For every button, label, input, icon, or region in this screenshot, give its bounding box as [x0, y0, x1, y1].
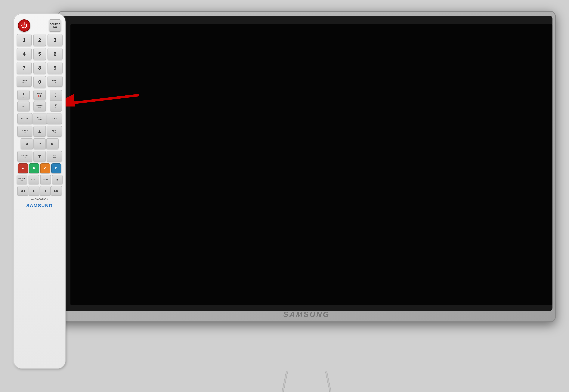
tv-screen: [70, 24, 553, 305]
btn-5[interactable]: 5: [33, 48, 46, 60]
right-button[interactable]: ▶: [46, 138, 59, 149]
power-icon: [21, 23, 27, 28]
btn-6[interactable]: 6: [48, 48, 63, 60]
mute-ch-list: MUTE 🔇 CH LIST ⊟⊟: [33, 90, 46, 112]
vol-up-button[interactable]: + —: [17, 90, 30, 100]
btn-7[interactable]: 7: [17, 62, 32, 74]
color-buttons-row: A B C D: [17, 163, 63, 173]
number-grid: 1 2 3 4 5 6 7 8 9 TTI/MIX ⊞⊡⊟ 0 PRE-CH ⊙: [17, 34, 63, 88]
ad-subt-button[interactable]: AD/SUBT: [40, 175, 51, 184]
tv-stand: [259, 371, 354, 392]
play-button[interactable]: ▶: [28, 186, 40, 196]
volume-control: + — −: [17, 90, 30, 112]
btn-2[interactable]: 2: [33, 34, 46, 46]
mute-button[interactable]: MUTE 🔇: [33, 90, 46, 100]
pause-button[interactable]: ⏸: [40, 186, 51, 196]
btn-a[interactable]: A: [18, 163, 28, 173]
up-button[interactable]: ▲: [33, 126, 46, 137]
vol-ch-section: + — − MUTE 🔇 CH LIST ⊟⊟: [17, 90, 63, 112]
e-manual-button[interactable]: E-MANUAL ⊪⊫: [17, 175, 27, 184]
vol-down-button[interactable]: −: [17, 101, 30, 112]
tools-button[interactable]: TOOLS ⊟⊠: [17, 126, 32, 137]
info-button[interactable]: INFO ⓘ⊡: [47, 126, 62, 137]
exit-button[interactable]: EXIT ⊠⊡: [47, 151, 62, 162]
source-label: SOURCE: [50, 23, 60, 26]
return-exit-row: RETURN ↩⊡ ▼ EXIT ⊠⊡: [17, 151, 63, 162]
btn-4[interactable]: 4: [17, 48, 32, 60]
btn-0[interactable]: 0: [33, 76, 46, 88]
playback-row: ◀◀ ▶ ⏸ ▶▶: [17, 186, 63, 196]
media-menu-row: MEDIA.P MENU ⊟⊟⊡ GUIDE: [17, 113, 63, 124]
stand-right-leg: [325, 371, 333, 392]
btn-9[interactable]: 9: [48, 62, 63, 74]
scene: SAMSUNG SOURCE ⊞⊡ 1 2 3 4: [0, 0, 569, 392]
btn-1[interactable]: 1: [17, 34, 32, 46]
media-p-button[interactable]: MEDIA.P: [17, 113, 32, 124]
p-size-button[interactable]: P.SIZE: [28, 175, 39, 184]
btn-c[interactable]: C: [40, 163, 50, 173]
top-button-row: SOURCE ⊞⊡: [17, 19, 63, 32]
ff-button[interactable]: ▶▶: [51, 186, 62, 196]
menu-button[interactable]: MENU ⊟⊟⊡: [32, 113, 47, 124]
guide-button[interactable]: GUIDE: [47, 113, 62, 124]
btn-prech[interactable]: PRE-CH ⊙: [48, 76, 63, 87]
stop-button[interactable]: ■: [52, 175, 63, 184]
rewind-button[interactable]: ◀◀: [17, 186, 28, 196]
tv: SAMSUNG: [57, 11, 556, 373]
btn-b[interactable]: B: [29, 163, 39, 173]
return-button[interactable]: RETURN ↩⊡: [17, 151, 32, 162]
btn-d[interactable]: D: [51, 163, 61, 173]
btn-tti-mix[interactable]: TTI/MIX ⊞⊡⊟: [17, 76, 32, 87]
tv-body: SAMSUNG: [57, 11, 556, 322]
remote-model-number: AA59-00796A: [31, 198, 48, 201]
ok-enter-button[interactable]: ↩: [33, 138, 46, 149]
channel-control: P ▲ ▼ P: [50, 90, 62, 112]
ch-up-button[interactable]: P ▲: [50, 90, 62, 101]
left-button[interactable]: ◀: [21, 138, 33, 149]
btn-3[interactable]: 3: [48, 34, 63, 46]
nav-row: ◀ ↩ ▶: [21, 138, 59, 149]
ch-down-button[interactable]: ▼ P: [50, 101, 62, 112]
tools-info-row: TOOLS ⊟⊠ ▲ INFO ⓘ⊡: [17, 126, 63, 137]
source-icon-text: ⊞⊡: [53, 26, 57, 28]
source-button[interactable]: SOURCE ⊞⊡: [49, 19, 61, 32]
stand-left-leg: [280, 371, 288, 392]
tv-bezel: [62, 16, 553, 311]
down-button[interactable]: ▼: [33, 151, 46, 162]
remote-control: SOURCE ⊞⊡ 1 2 3 4 5 6 7 8 9 TTI/MIX ⊞⊡⊟ …: [14, 14, 66, 369]
btn-8[interactable]: 8: [33, 62, 46, 74]
power-button[interactable]: [18, 19, 30, 32]
tv-brand-logo: SAMSUNG: [283, 310, 330, 319]
remote-brand: SAMSUNG: [26, 203, 53, 208]
ch-list-button[interactable]: CH LIST ⊟⊟: [33, 101, 46, 112]
media-ctrl-grid: E-MANUAL ⊪⊫ P.SIZE AD/SUBT ■: [17, 175, 63, 184]
